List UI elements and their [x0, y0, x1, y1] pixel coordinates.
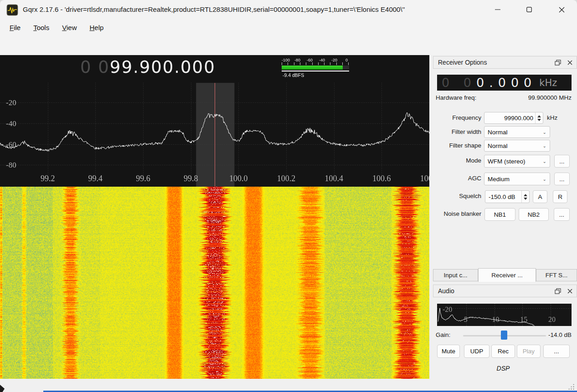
udp-button[interactable]: UDP — [464, 345, 489, 358]
plotter — [0, 55, 429, 379]
spin-down-icon[interactable] — [524, 198, 527, 200]
mode-label: Mode — [430, 155, 481, 167]
squelch-value: -150.0 dB — [485, 193, 521, 200]
gqrx-window: Gqrx 2.17.6 - 'driver=rtlsdr,manufacture… — [0, 0, 577, 392]
frequency-leading-zeros: 0 0 — [80, 57, 110, 77]
tab-fft-settings[interactable]: FFT S... — [536, 269, 577, 281]
meter-scale-label: -100 — [282, 58, 290, 62]
gain-label: Gain: — [436, 331, 450, 338]
mode-value: WFM (stereo) — [488, 158, 525, 165]
right-panel: Receiver Options 0 0 0.000 kHz Hardware … — [429, 55, 577, 379]
filter-width-value: Normal — [488, 129, 508, 136]
hardware-freq-row: Hardware freq: 99.900000 MHz — [436, 94, 572, 101]
receiver-options-header: Receiver Options — [433, 56, 577, 69]
float-icon — [555, 288, 561, 294]
meter-scale-label: -20 — [331, 58, 337, 62]
float-dock-button[interactable] — [553, 286, 563, 295]
squelch-label: Squelch — [430, 190, 481, 202]
chevron-down-icon: ⌄ — [543, 159, 546, 164]
spin-up-icon[interactable] — [537, 115, 541, 117]
agc-label: AGC — [430, 173, 481, 184]
hardware-freq-value: 99.900000 MHz — [528, 94, 572, 101]
gain-slider-handle[interactable] — [501, 331, 507, 340]
meter-scale-label: -60 — [307, 58, 313, 62]
mode-options-button[interactable]: ... — [554, 155, 570, 168]
window-title: Gqrx 2.17.6 - 'driver=rtlsdr,manufacture… — [23, 5, 405, 13]
close-dock-button[interactable] — [565, 286, 575, 295]
play-button[interactable]: Play — [517, 345, 541, 358]
squelch-auto-button[interactable]: A — [533, 190, 547, 203]
lcd-digits: 0.000 — [476, 76, 536, 90]
close-dock-button[interactable] — [565, 58, 575, 67]
frequency-spin-arrows[interactable] — [535, 112, 543, 123]
close-icon — [559, 7, 565, 13]
audio-title: Audio — [433, 287, 553, 295]
menu-file[interactable]: File — [5, 22, 26, 33]
meter-scale-label: 0 — [345, 58, 348, 62]
statusbar — [0, 379, 577, 392]
frequency-label: Frequency — [430, 112, 481, 124]
signal-meter: -100 -80 -60 -40 -20 0 -9.4 dBFS — [282, 58, 349, 78]
chevron-down-icon: ⌄ — [543, 143, 546, 148]
tab-receiver-options[interactable]: Receiver ... — [478, 268, 536, 282]
maximize-button[interactable] — [519, 0, 540, 19]
nb1-button[interactable]: NB1 — [484, 208, 515, 221]
audio-fft-display — [437, 304, 572, 326]
agc-options-button[interactable]: ... — [554, 173, 570, 185]
filter-shape-value: Normal — [488, 143, 508, 149]
audio-header: Audio — [433, 285, 577, 297]
menu-help[interactable]: Help — [84, 22, 108, 33]
filter-shape-label: Filter shape — [430, 140, 481, 152]
lcd-leading-zeros: 0 0 — [437, 76, 476, 90]
squelch-spin-arrows[interactable] — [521, 191, 529, 203]
meter-bar — [282, 66, 349, 70]
meter-bar-fill — [282, 66, 343, 70]
frequency-readout[interactable]: 0 099.900.000 — [80, 57, 216, 80]
filter-shape-select[interactable]: Normal ⌄ — [484, 140, 550, 152]
meter-ticks — [282, 62, 349, 65]
close-icon — [567, 60, 572, 65]
lcd-unit: kHz — [539, 77, 557, 88]
toolbar — [0, 35, 577, 56]
chevron-down-icon: ⌄ — [543, 177, 546, 182]
rec-button[interactable]: Rec — [491, 345, 515, 358]
gain-value: -14.0 dB — [548, 331, 572, 338]
receiver-options-title: Receiver Options — [433, 59, 553, 66]
close-icon — [567, 289, 572, 294]
minimize-icon — [495, 7, 500, 12]
meter-scale-label: -40 — [319, 58, 325, 62]
channel-offset-lcd[interactable]: 0 0 0.000 kHz — [437, 75, 572, 91]
menu-tools[interactable]: Tools — [28, 22, 54, 33]
dsp-label: DSP — [429, 365, 577, 372]
frequency-spinbox[interactable]: 99900.000 — [484, 112, 543, 124]
mode-select[interactable]: WFM (stereo) ⌄ — [484, 155, 550, 168]
mute-button[interactable]: Mute — [437, 345, 460, 358]
nb2-button[interactable]: NB2 — [519, 208, 549, 221]
close-button[interactable] — [551, 0, 572, 19]
chevron-down-icon: ⌄ — [543, 130, 546, 135]
minimize-button[interactable] — [487, 0, 508, 19]
meter-value: -9.4 dBFS — [283, 72, 304, 78]
agc-select[interactable]: Medium ⌄ — [484, 173, 550, 185]
frequency-digits: 99.900.000 — [110, 57, 216, 77]
spin-up-icon[interactable] — [524, 194, 527, 196]
titlebar: Gqrx 2.17.6 - 'driver=rtlsdr,manufacture… — [0, 0, 577, 20]
squelch-reset-button[interactable]: R — [553, 190, 567, 203]
meter-scale-label: -80 — [294, 58, 300, 62]
agc-value: Medium — [488, 176, 510, 183]
menu-view[interactable]: View — [57, 22, 82, 33]
frequency-unit: kHz — [547, 112, 557, 124]
menubar: File Tools View Help — [0, 20, 577, 35]
maximize-icon — [526, 7, 532, 12]
float-dock-button[interactable] — [553, 58, 563, 67]
audio-options-button[interactable]: ... — [543, 345, 570, 358]
meter-baseline — [282, 71, 349, 71]
filter-width-select[interactable]: Normal ⌄ — [484, 126, 550, 138]
filter-width-label: Filter width — [430, 126, 481, 138]
squelch-spinbox[interactable]: -150.0 dB — [485, 190, 530, 203]
hardware-freq-label: Hardware freq: — [436, 94, 476, 101]
noise-blanker-options-button[interactable]: ... — [554, 208, 570, 221]
tab-input-controls[interactable]: Input c... — [433, 269, 478, 281]
waterfall[interactable] — [0, 187, 429, 379]
spin-down-icon[interactable] — [537, 119, 541, 121]
